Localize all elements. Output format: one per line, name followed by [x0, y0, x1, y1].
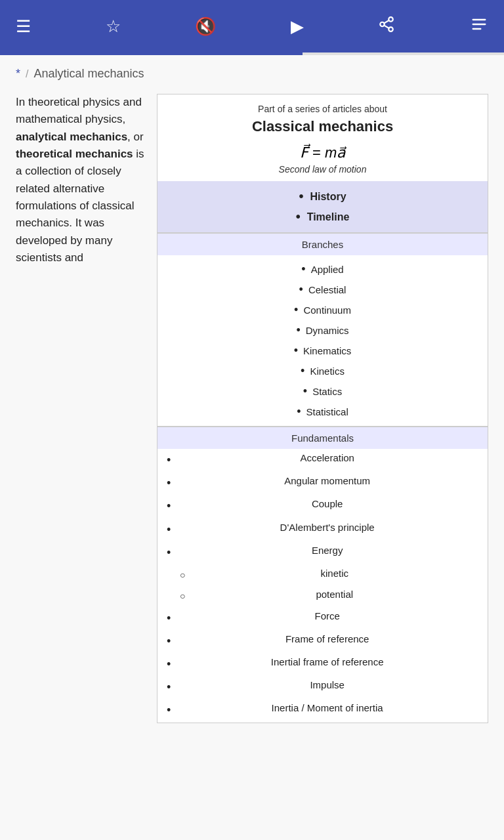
branch-statistical[interactable]: Statistical	[158, 402, 488, 422]
breadcrumb: * / Analytical mechanics	[0, 55, 504, 89]
infobox: Part of a series of articles about Class…	[157, 94, 488, 723]
fundamental-force[interactable]: Force	[158, 607, 488, 630]
svg-line-3	[385, 25, 389, 28]
fundamental-couple[interactable]: Couple	[158, 495, 488, 518]
share-icon[interactable]	[378, 16, 395, 37]
fundamental-kinetic[interactable]: kinetic	[158, 564, 488, 585]
svg-rect-5	[472, 18, 486, 20]
star-icon[interactable]: ☆	[106, 16, 121, 37]
fundamental-impulse[interactable]: Impulse	[158, 676, 488, 699]
branch-statics[interactable]: Statics	[158, 381, 488, 402]
more-icon[interactable]	[470, 15, 488, 38]
history-item-timeline[interactable]: Timeline	[167, 207, 478, 227]
article-intro-text: In theoretical physics and mathematical …	[16, 94, 157, 723]
infobox-series-label: Part of a series of articles about	[158, 94, 488, 117]
history-item-history[interactable]: History	[167, 186, 478, 207]
svg-rect-6	[472, 23, 486, 24]
breadcrumb-separator: /	[26, 68, 28, 80]
branches-list: Applied Celestial Continuum Dynamics Kin…	[158, 255, 488, 426]
infobox-title: Classical mechanics	[158, 117, 488, 140]
mute-icon[interactable]: 🔇	[195, 16, 216, 37]
fundamental-inertia[interactable]: Inertia / Moment of inertia	[158, 699, 488, 722]
fundamental-acceleration[interactable]: Acceleration	[158, 449, 488, 472]
branch-kinetics[interactable]: Kinetics	[158, 361, 488, 381]
history-section: History Timeline	[158, 181, 488, 232]
branch-celestial[interactable]: Celestial	[158, 280, 488, 300]
breadcrumb-title: Analytical mechanics	[33, 67, 144, 81]
fundamental-inertial-frame[interactable]: Inertial frame of reference	[158, 653, 488, 676]
play-icon[interactable]: ▶	[291, 16, 304, 37]
fundamental-dalembert[interactable]: D'Alembert's principle	[158, 518, 488, 541]
svg-rect-7	[472, 28, 481, 29]
branches-header: Branches	[158, 234, 488, 255]
fundamental-potential[interactable]: potential	[158, 585, 488, 606]
history-list: History Timeline	[167, 186, 478, 227]
topbar: ☰ ☆ 🔇 ▶	[0, 0, 504, 52]
fundamental-energy[interactable]: Energy	[158, 541, 488, 564]
menu-icon[interactable]: ☰	[16, 16, 31, 37]
infobox-formula: F⃗ = ma⃗	[158, 140, 488, 163]
fundamentals-list: Acceleration Angular momentum Couple D'A…	[158, 449, 488, 723]
fundamentals-header: Fundamentals	[158, 427, 488, 449]
breadcrumb-star[interactable]: *	[16, 67, 20, 81]
main-content: In theoretical physics and mathematical …	[0, 89, 504, 723]
infobox-formula-law: Second law of motion	[158, 163, 488, 181]
svg-line-4	[385, 20, 389, 23]
branch-dynamics[interactable]: Dynamics	[158, 320, 488, 341]
branch-continuum[interactable]: Continuum	[158, 300, 488, 320]
fundamental-frame-of-reference[interactable]: Frame of reference	[158, 630, 488, 653]
fundamental-angular-momentum[interactable]: Angular momentum	[158, 472, 488, 495]
branch-applied[interactable]: Applied	[158, 259, 488, 280]
branch-kinematics[interactable]: Kinematics	[158, 341, 488, 361]
